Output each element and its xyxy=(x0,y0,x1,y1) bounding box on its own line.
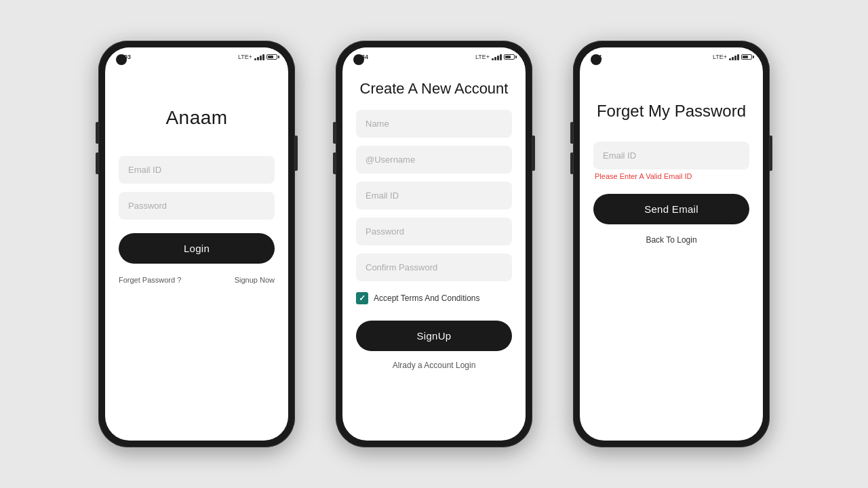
already-login-link[interactable]: Alrady a Account Login xyxy=(356,361,512,370)
battery-fill-login xyxy=(268,56,273,58)
signup-name-input[interactable] xyxy=(356,110,512,138)
terms-checkbox[interactable] xyxy=(356,292,368,304)
status-icons-login: LTE+ xyxy=(238,54,277,60)
volume-up-button xyxy=(96,122,98,144)
signal-bar-f2 xyxy=(732,57,734,60)
signal-icon-signup xyxy=(492,54,502,60)
login-screen: 3:03 LTE+ Anaam xyxy=(105,47,288,441)
signal-bar-f4 xyxy=(737,54,739,60)
signal-bar-s1 xyxy=(492,58,494,60)
signup-button[interactable]: SignUp xyxy=(356,321,512,351)
phone-forgot: 9:1 LTE+ Forget My Password xyxy=(573,41,770,447)
signup-title: Create A New Account xyxy=(356,80,512,98)
battery-icon-forgot xyxy=(741,54,752,60)
volume-up-button-signup xyxy=(333,122,336,144)
login-links-row: Forget Password ? Signup Now xyxy=(119,276,275,284)
battery-icon-signup xyxy=(504,54,515,60)
status-icons-forgot: LTE+ xyxy=(713,54,752,60)
phones-container: 3:03 LTE+ Anaam xyxy=(0,41,868,447)
power-button-forgot xyxy=(770,136,772,171)
signup-now-link[interactable]: Signup Now xyxy=(235,276,275,284)
forgot-email-input[interactable] xyxy=(593,142,749,169)
battery-fill-signup xyxy=(505,56,511,58)
signal-bar-2 xyxy=(257,57,259,60)
terms-label: Accept Terms And Conditions xyxy=(374,293,480,303)
signal-bar-f3 xyxy=(734,56,736,60)
volume-down-button-forgot xyxy=(570,152,573,174)
send-email-button[interactable]: Send Email xyxy=(593,194,749,224)
signal-bar-s3 xyxy=(497,56,499,60)
signup-password-input[interactable] xyxy=(356,218,512,245)
status-bar-signup: 1:34 LTE+ xyxy=(342,47,526,66)
signal-bar-f1 xyxy=(729,58,731,60)
login-content: Anaam Login Forget Password ? Signup Now xyxy=(105,66,288,441)
login-email-input[interactable] xyxy=(119,156,275,184)
signup-confirm-input[interactable] xyxy=(356,253,512,281)
battery-fill-forgot xyxy=(743,56,748,58)
signup-content: Create A New Account Accept Terms And Co… xyxy=(342,66,526,441)
forgot-title: Forget My Password xyxy=(593,100,749,121)
network-label-login: LTE+ xyxy=(238,54,252,60)
volume-up-button-forgot xyxy=(570,122,573,144)
signal-bar-3 xyxy=(260,56,262,60)
signal-icon-forgot xyxy=(729,54,739,60)
forgot-content: Forget My Password Please Enter A Valid … xyxy=(580,66,763,441)
front-camera-icon-signup xyxy=(353,54,364,65)
signal-icon-login xyxy=(254,54,264,60)
power-button-signup xyxy=(532,136,535,171)
signup-email-input[interactable] xyxy=(356,182,512,209)
back-to-login-link[interactable]: Back To Login xyxy=(593,235,749,245)
signup-username-input[interactable] xyxy=(356,146,512,174)
battery-icon-login xyxy=(267,54,277,60)
login-button[interactable]: Login xyxy=(119,233,275,264)
app-name: Anaam xyxy=(119,107,275,129)
login-password-input[interactable] xyxy=(119,192,275,220)
status-icons-signup: LTE+ xyxy=(475,54,515,60)
signal-bar-1 xyxy=(254,58,256,60)
signal-bar-s2 xyxy=(494,57,496,60)
network-label-forgot: LTE+ xyxy=(713,54,727,60)
forgot-screen: 9:1 LTE+ Forget My Password xyxy=(580,47,763,441)
phone-login: 3:03 LTE+ Anaam xyxy=(98,41,295,447)
network-label-signup: LTE+ xyxy=(475,54,490,60)
signal-bar-s4 xyxy=(500,54,502,60)
status-bar-forgot: 9:1 LTE+ xyxy=(580,47,763,66)
email-error-text: Please Enter A Valid Email ID xyxy=(593,172,749,180)
power-button xyxy=(295,136,298,171)
forgot-password-link[interactable]: Forget Password ? xyxy=(119,276,181,284)
signal-bar-4 xyxy=(262,54,264,60)
volume-down-button xyxy=(96,152,98,174)
volume-down-button-signup xyxy=(333,152,336,174)
status-bar-login: 3:03 LTE+ xyxy=(105,47,288,66)
terms-row: Accept Terms And Conditions xyxy=(356,292,512,304)
phone-signup: 1:34 LTE+ Create A New Account xyxy=(336,41,532,447)
signup-screen: 1:34 LTE+ Create A New Account xyxy=(342,47,526,441)
front-camera-icon xyxy=(116,54,127,65)
front-camera-icon-forgot xyxy=(591,54,601,65)
